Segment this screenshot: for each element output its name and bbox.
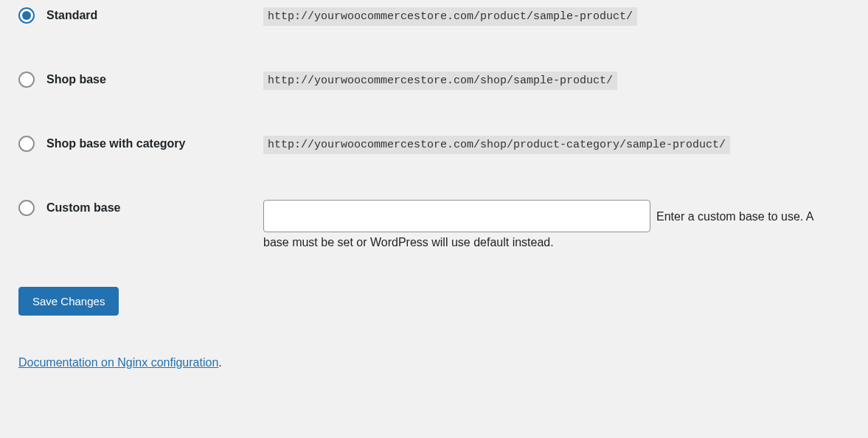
label-standard[interactable]: Standard bbox=[46, 9, 97, 22]
label-shop-base-category[interactable]: Shop base with category bbox=[46, 137, 185, 150]
radio-label-group: Shop base bbox=[18, 72, 263, 88]
radio-standard[interactable] bbox=[18, 7, 35, 24]
value-col: http://yourwoocommercestore.com/shop/sam… bbox=[263, 72, 850, 90]
custom-base-input[interactable] bbox=[263, 200, 650, 232]
radio-custom[interactable] bbox=[18, 200, 35, 216]
radio-shop-base[interactable] bbox=[18, 72, 35, 88]
radio-dot-icon bbox=[22, 11, 31, 20]
option-row-shop-base: Shop base http://yourwoocommercestore.co… bbox=[18, 72, 850, 90]
value-col: http://yourwoocommercestore.com/product/… bbox=[263, 7, 850, 26]
url-shop-base: http://yourwoocommercestore.com/shop/sam… bbox=[263, 72, 617, 90]
option-row-shop-base-category: Shop base with category http://yourwooco… bbox=[18, 136, 850, 154]
label-shop-base[interactable]: Shop base bbox=[46, 73, 106, 86]
period: . bbox=[218, 356, 221, 369]
url-shop-base-category: http://yourwoocommercestore.com/shop/pro… bbox=[263, 136, 730, 154]
radio-label-group: Shop base with category bbox=[18, 136, 263, 152]
custom-col: Enter a custom base to use. A base must … bbox=[263, 200, 850, 254]
radio-shop-base-category[interactable] bbox=[18, 136, 35, 152]
radio-label-group: Standard bbox=[18, 7, 263, 24]
value-col: http://yourwoocommercestore.com/shop/pro… bbox=[263, 136, 850, 154]
radio-label-group: Custom base bbox=[18, 200, 263, 216]
option-row-standard: Standard http://yourwoocommercestore.com… bbox=[18, 7, 850, 26]
url-standard: http://yourwoocommercestore.com/product/… bbox=[263, 7, 637, 26]
save-changes-button[interactable]: Save Changes bbox=[18, 287, 119, 316]
nginx-doc-link[interactable]: Documentation on Nginx configuration bbox=[18, 356, 218, 369]
option-row-custom: Custom base Enter a custom base to use. … bbox=[18, 200, 850, 254]
label-custom[interactable]: Custom base bbox=[46, 201, 120, 215]
doc-link-row: Documentation on Nginx configuration. bbox=[18, 356, 850, 369]
